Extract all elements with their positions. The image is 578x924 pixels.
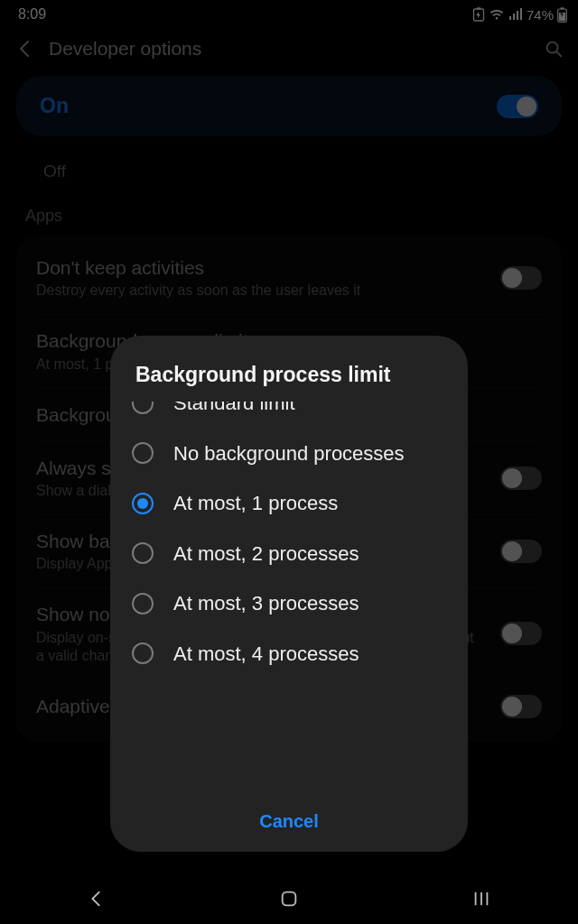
- radio-icon: [132, 493, 154, 514]
- radio-icon: [132, 442, 154, 464]
- system-nav-bar: [0, 877, 578, 924]
- option-label: At most, 4 processes: [173, 642, 359, 667]
- nav-recents-icon[interactable]: [471, 890, 491, 911]
- option-label: At most, 3 processes: [173, 591, 359, 616]
- dialog-options-list[interactable]: Standard limit No background processes A…: [110, 402, 468, 797]
- radio-icon: [132, 593, 154, 614]
- option-label: At most, 1 process: [173, 491, 338, 516]
- option-label: Standard limit: [173, 402, 295, 416]
- screen: 8:09 74% Developer options On Off Apps D…: [0, 0, 578, 924]
- radio-icon: [132, 402, 154, 414]
- nav-home-icon[interactable]: [279, 889, 299, 912]
- option-at-most-1[interactable]: At most, 1 process: [125, 478, 453, 529]
- radio-icon: [132, 542, 154, 564]
- dialog-footer: Cancel: [110, 797, 468, 852]
- option-standard-limit[interactable]: Standard limit: [125, 402, 453, 429]
- option-label: No background processes: [173, 441, 405, 467]
- cancel-button[interactable]: Cancel: [259, 811, 319, 831]
- option-at-most-3[interactable]: At most, 3 processes: [125, 578, 453, 629]
- bg-process-dialog: Background process limit Standard limit …: [110, 336, 468, 852]
- option-at-most-2[interactable]: At most, 2 processes: [125, 529, 453, 579]
- svg-rect-7: [283, 892, 296, 906]
- option-label: At most, 2 processes: [173, 541, 359, 567]
- option-at-most-4[interactable]: At most, 4 processes: [125, 629, 453, 679]
- option-no-bg[interactable]: No background processes: [125, 429, 453, 479]
- nav-back-icon[interactable]: [87, 889, 107, 912]
- radio-icon: [132, 642, 154, 664]
- dialog-title: Background process limit: [110, 336, 468, 402]
